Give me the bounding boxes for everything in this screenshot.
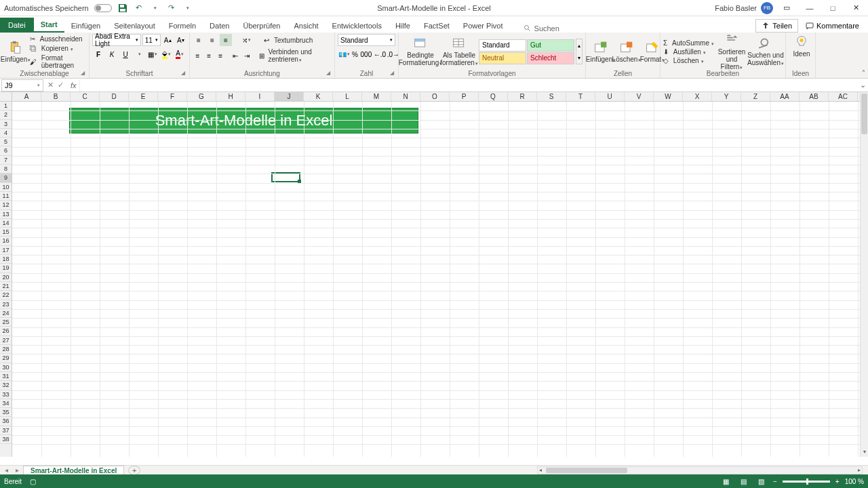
style-neutral[interactable]: Neutral xyxy=(479,52,526,64)
autosum-button[interactable]: Σ AutoSumme xyxy=(663,39,714,47)
col-header-G[interactable]: G xyxy=(187,92,216,101)
thousands-button[interactable]: 000 xyxy=(360,48,372,60)
row-header-6[interactable]: 6 xyxy=(0,146,12,155)
number-format-combo[interactable]: Standard▾ xyxy=(338,34,395,46)
row-header-14[interactable]: 14 xyxy=(0,219,12,228)
col-header-T[interactable]: T xyxy=(566,92,595,101)
accept-formula-icon[interactable]: ✓ xyxy=(58,81,64,89)
font-color-button[interactable]: A xyxy=(174,48,186,60)
comments-button[interactable]: Kommentare xyxy=(800,19,865,33)
row-header-4[interactable]: 4 xyxy=(0,129,12,138)
cells-area[interactable]: Smart-Art-Modelle in Excel xyxy=(12,102,860,457)
row-header-33[interactable]: 33 xyxy=(0,390,12,399)
align-bottom-icon[interactable]: ≡ xyxy=(220,34,232,46)
row-header-22[interactable]: 22 xyxy=(0,291,12,300)
font-size-combo[interactable]: 11▾ xyxy=(142,34,161,46)
col-header-L[interactable]: L xyxy=(333,92,362,101)
merge-button[interactable]: Verbinden und zentrieren xyxy=(268,48,332,63)
cut-button[interactable]: ✂ Ausschneiden xyxy=(30,35,86,43)
cancel-formula-icon[interactable]: ✕ xyxy=(47,81,54,89)
align-left-icon[interactable]: ≡ xyxy=(193,49,203,62)
collapse-ribbon-icon[interactable]: ˄ xyxy=(862,69,865,77)
col-header-A[interactable]: A xyxy=(12,92,41,101)
select-all-corner[interactable] xyxy=(0,92,12,102)
border-button[interactable]: ▦ xyxy=(146,48,159,60)
copy-button[interactable]: ⿻ Kopieren xyxy=(30,45,86,52)
scroll-left-icon[interactable]: ◂ xyxy=(539,467,542,473)
macro-record-icon[interactable]: ▢ xyxy=(30,478,36,485)
col-header-W[interactable]: W xyxy=(654,92,683,101)
vertical-scrollbar[interactable]: ▴ ▾ xyxy=(860,92,868,457)
col-header-E[interactable]: E xyxy=(129,92,158,101)
align-top-icon[interactable]: ≡ xyxy=(193,34,205,46)
font-dialog-icon[interactable]: ◢ xyxy=(181,70,188,77)
row-header-12[interactable]: 12 xyxy=(0,201,12,209)
zoom-in-icon[interactable]: + xyxy=(835,478,840,485)
search-box[interactable]: Suchen xyxy=(510,24,559,33)
autosave-toggle[interactable] xyxy=(94,4,112,12)
zoom-level[interactable]: 100 % xyxy=(845,478,864,485)
col-header-AA[interactable]: AA xyxy=(770,92,800,101)
align-center-icon[interactable]: ≡ xyxy=(204,49,214,62)
col-header-O[interactable]: O xyxy=(420,92,450,101)
row-header-28[interactable]: 28 xyxy=(0,345,12,354)
row-header-16[interactable]: 16 xyxy=(0,237,12,245)
row-header-11[interactable]: 11 xyxy=(0,192,12,201)
save-icon[interactable] xyxy=(117,3,128,14)
row-header-23[interactable]: 23 xyxy=(0,300,12,309)
row-header-1[interactable]: 1 xyxy=(0,102,12,110)
row-header-26[interactable]: 26 xyxy=(0,327,12,336)
row-header-2[interactable]: 2 xyxy=(0,110,12,119)
tab-review[interactable]: Überprüfen xyxy=(236,19,287,33)
col-header-P[interactable]: P xyxy=(450,92,479,101)
row-headers[interactable]: 1234567891011121314151617181920212223242… xyxy=(0,102,12,457)
zoom-slider[interactable] xyxy=(783,481,830,483)
share-button[interactable]: Teilen xyxy=(755,19,798,33)
ribbon-display-icon[interactable]: ▭ xyxy=(777,1,796,15)
style-schlecht[interactable]: Schlecht xyxy=(527,52,574,64)
col-header-C[interactable]: C xyxy=(71,92,100,101)
col-header-S[interactable]: S xyxy=(537,92,566,101)
row-header-24[interactable]: 24 xyxy=(0,309,12,318)
row-header-36[interactable]: 36 xyxy=(0,417,12,426)
col-header-X[interactable]: X xyxy=(683,92,712,101)
hscroll-thumb[interactable] xyxy=(546,468,627,473)
col-header-U[interactable]: U xyxy=(595,92,625,101)
row-header-35[interactable]: 35 xyxy=(0,408,12,417)
col-header-J[interactable]: J xyxy=(275,92,304,101)
increase-decimal-icon[interactable]: ←.0 xyxy=(374,48,386,60)
row-header-20[interactable]: 20 xyxy=(0,273,12,282)
percent-button[interactable]: % xyxy=(351,48,359,60)
col-header-K[interactable]: K xyxy=(304,92,333,101)
row-header-31[interactable]: 31 xyxy=(0,372,12,381)
row-header-15[interactable]: 15 xyxy=(0,228,12,237)
row-header-32[interactable]: 32 xyxy=(0,381,12,390)
row-header-21[interactable]: 21 xyxy=(0,282,12,291)
tab-help[interactable]: Hilfe xyxy=(389,19,417,33)
row-header-34[interactable]: 34 xyxy=(0,399,12,408)
col-header-AB[interactable]: AB xyxy=(800,92,829,101)
view-pagebreak-icon[interactable]: ▧ xyxy=(755,476,768,486)
scroll-down-icon[interactable]: ▾ xyxy=(861,449,868,457)
tab-start[interactable]: Start xyxy=(34,18,64,33)
font-name-combo[interactable]: Abadi Extra Light▾ xyxy=(92,34,141,46)
tab-formulas[interactable]: Formeln xyxy=(162,19,203,33)
bold-button[interactable]: F xyxy=(92,48,104,60)
style-gut[interactable]: Gut xyxy=(527,39,574,52)
row-header-3[interactable]: 3 xyxy=(0,120,12,129)
col-header-Z[interactable]: Z xyxy=(741,92,770,101)
redo-icon[interactable]: ↷ xyxy=(166,3,177,14)
col-header-B[interactable]: B xyxy=(41,92,71,101)
scroll-right-icon[interactable]: ▸ xyxy=(858,467,861,473)
row-header-9[interactable]: 9 xyxy=(0,174,12,182)
undo-more[interactable] xyxy=(150,3,161,14)
formula-input[interactable] xyxy=(79,79,857,92)
col-header-M[interactable]: M xyxy=(362,92,391,101)
horizontal-scrollbar[interactable]: ◂ ▸ xyxy=(537,466,863,474)
row-header-38[interactable]: 38 xyxy=(0,435,12,444)
delete-cells-button[interactable]: Löschen xyxy=(614,39,639,64)
col-header-Q[interactable]: Q xyxy=(479,92,508,101)
col-header-Y[interactable]: Y xyxy=(712,92,741,101)
row-header-17[interactable]: 17 xyxy=(0,246,12,255)
col-header-D[interactable]: D xyxy=(100,92,129,101)
